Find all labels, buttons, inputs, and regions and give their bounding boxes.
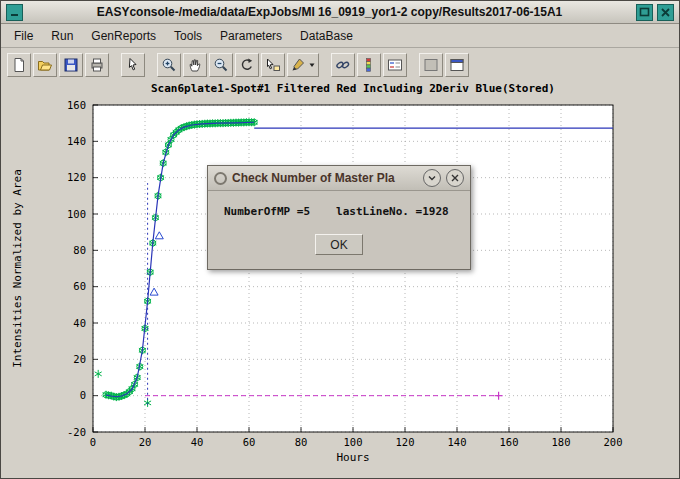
data-cursor-icon <box>265 57 281 73</box>
minimize-icon[interactable] <box>6 4 23 21</box>
link-plots-icon <box>335 57 351 73</box>
svg-text:160: 160 <box>500 436 519 448</box>
dock-figure-icon <box>449 57 465 73</box>
svg-text:40: 40 <box>73 317 86 329</box>
svg-text:60: 60 <box>73 280 86 292</box>
menu-item-parameters[interactable]: Parameters <box>211 26 291 46</box>
titlebar: EASYconsole-/media/data/ExpJobs/MI 16_09… <box>1 1 679 24</box>
svg-text:Hours: Hours <box>336 451 369 464</box>
brush-icon <box>290 57 316 73</box>
brush-button[interactable] <box>287 53 319 77</box>
pan-hand-button[interactable] <box>183 53 207 77</box>
save-icon <box>63 57 79 73</box>
menu-item-run[interactable]: Run <box>42 26 82 46</box>
svg-text:0: 0 <box>80 389 86 401</box>
svg-text:140: 140 <box>67 135 86 147</box>
svg-text:40: 40 <box>191 436 204 448</box>
menu-item-file[interactable]: File <box>5 26 42 46</box>
chart-canvas: 020406080100120140160180200-200204060801… <box>1 77 680 479</box>
insert-colorbar-icon <box>361 57 377 73</box>
maximize-icon[interactable] <box>636 4 653 21</box>
window-title: EASYconsole-/media/data/ExpJobs/MI 16_09… <box>25 5 634 19</box>
menu-item-genreports[interactable]: GenReports <box>82 26 165 46</box>
open-file-button[interactable] <box>33 53 57 77</box>
edit-plot-icon <box>125 57 141 73</box>
app-window: EASYconsole-/media/data/ExpJobs/MI 16_09… <box>0 0 680 479</box>
dialog-message: NumberOfMP =5 lastLineNo. =1928 <box>220 205 458 218</box>
zoom-out-icon <box>213 57 229 73</box>
svg-text:-20: -20 <box>67 426 86 438</box>
zoom-in-icon <box>161 57 177 73</box>
dialog-body: NumberOfMP =5 lastLineNo. =1928 OK <box>208 191 470 269</box>
dialog-close-icon[interactable] <box>446 169 464 187</box>
zoom-in-button[interactable] <box>157 53 181 77</box>
rotate-3d-icon <box>239 57 255 73</box>
svg-text:0: 0 <box>90 436 96 448</box>
rotate-3d-button[interactable] <box>235 53 259 77</box>
pan-hand-icon <box>187 57 203 73</box>
link-plots-button[interactable] <box>331 53 355 77</box>
hide-plot-tools-icon <box>423 57 439 73</box>
svg-text:120: 120 <box>67 171 86 183</box>
hide-plot-tools-button[interactable] <box>419 53 443 77</box>
dock-figure-button[interactable] <box>445 53 469 77</box>
insert-colorbar-button[interactable] <box>357 53 381 77</box>
svg-text:Scan6plate1-Spot#1 Filtered Re: Scan6plate1-Spot#1 Filtered Red Includin… <box>151 82 555 95</box>
open-file-icon <box>37 57 53 73</box>
dialog-titlebar[interactable]: Check Number of Master Pla <box>208 166 470 191</box>
edit-plot-button[interactable] <box>121 53 145 77</box>
data-cursor-button[interactable] <box>261 53 285 77</box>
svg-text:80: 80 <box>295 436 308 448</box>
insert-legend-button[interactable] <box>383 53 407 77</box>
dialog-message-lastlineno: lastLineNo. =1928 <box>336 205 449 218</box>
figure-area: 020406080100120140160180200-200204060801… <box>1 77 679 478</box>
dialog-app-icon <box>214 172 227 185</box>
close-icon[interactable] <box>657 4 674 21</box>
svg-text:20: 20 <box>73 353 86 365</box>
save-button[interactable] <box>59 53 83 77</box>
print-button[interactable] <box>85 53 109 77</box>
svg-text:140: 140 <box>448 436 467 448</box>
dialog-collapse-icon[interactable] <box>423 169 441 187</box>
ok-button[interactable]: OK <box>315 234 363 255</box>
svg-text:Intensities Normalized by Area: Intensities Normalized by Area <box>11 169 24 368</box>
new-file-icon <box>11 57 27 73</box>
print-icon <box>89 57 105 73</box>
menu-item-database[interactable]: DataBase <box>291 26 362 46</box>
svg-text:80: 80 <box>73 244 86 256</box>
svg-text:100: 100 <box>67 208 86 220</box>
svg-text:60: 60 <box>243 436 256 448</box>
new-file-button[interactable] <box>7 53 31 77</box>
insert-legend-icon <box>387 57 403 73</box>
zoom-out-button[interactable] <box>209 53 233 77</box>
svg-text:120: 120 <box>396 436 415 448</box>
menu-item-tools[interactable]: Tools <box>165 26 211 46</box>
svg-text:160: 160 <box>67 99 86 111</box>
dialog-check-number: Check Number of Master Pla NumberOfMP =5… <box>207 165 471 270</box>
dialog-message-numberofmp: NumberOfMP =5 <box>224 205 310 218</box>
svg-text:100: 100 <box>344 436 363 448</box>
svg-text:200: 200 <box>604 436 623 448</box>
svg-text:180: 180 <box>552 436 571 448</box>
svg-text:20: 20 <box>139 436 152 448</box>
menu-bar: FileRunGenReportsToolsParametersDataBase <box>1 24 679 48</box>
dialog-title: Check Number of Master Pla <box>232 171 418 185</box>
